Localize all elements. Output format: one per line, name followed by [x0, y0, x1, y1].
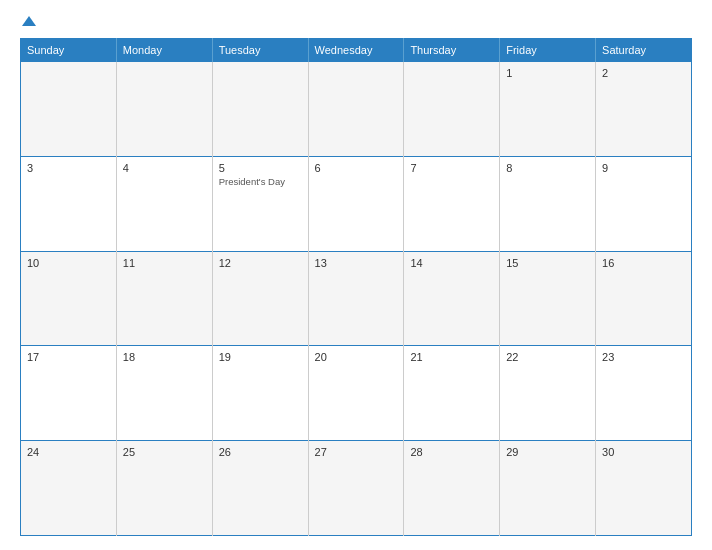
- day-number: 21: [410, 351, 493, 363]
- day-number: 13: [315, 257, 398, 269]
- calendar-header: SundayMondayTuesdayWednesdayThursdayFrid…: [21, 39, 692, 62]
- day-number: 29: [506, 446, 589, 458]
- day-number: 3: [27, 162, 110, 174]
- calendar-cell: 29: [500, 441, 596, 536]
- calendar-cell: 13: [308, 251, 404, 346]
- calendar-cell: 26: [212, 441, 308, 536]
- day-number: 4: [123, 162, 206, 174]
- calendar-cell: [116, 62, 212, 157]
- calendar-week-row: 12: [21, 62, 692, 157]
- day-header-friday: Friday: [500, 39, 596, 62]
- day-number: 5: [219, 162, 302, 174]
- calendar-body: 12345President's Day67891011121314151617…: [21, 62, 692, 536]
- day-number: 25: [123, 446, 206, 458]
- day-number: 16: [602, 257, 685, 269]
- day-number: 7: [410, 162, 493, 174]
- day-number: 20: [315, 351, 398, 363]
- day-number: 14: [410, 257, 493, 269]
- page: SundayMondayTuesdayWednesdayThursdayFrid…: [0, 0, 712, 550]
- calendar-cell: 16: [596, 251, 692, 346]
- day-header-sunday: Sunday: [21, 39, 117, 62]
- calendar-cell: 19: [212, 346, 308, 441]
- calendar-cell: 28: [404, 441, 500, 536]
- day-number: 10: [27, 257, 110, 269]
- calendar-cell: 17: [21, 346, 117, 441]
- day-number: 8: [506, 162, 589, 174]
- calendar-cell: [404, 62, 500, 157]
- calendar-cell: [212, 62, 308, 157]
- calendar-week-row: 10111213141516: [21, 251, 692, 346]
- calendar-cell: 11: [116, 251, 212, 346]
- day-number: 27: [315, 446, 398, 458]
- day-header-tuesday: Tuesday: [212, 39, 308, 62]
- calendar-cell: 21: [404, 346, 500, 441]
- calendar-cell: 8: [500, 156, 596, 251]
- calendar-cell: 23: [596, 346, 692, 441]
- calendar-cell: 15: [500, 251, 596, 346]
- day-number: 1: [506, 67, 589, 79]
- calendar-cell: [308, 62, 404, 157]
- day-number: 11: [123, 257, 206, 269]
- day-number: 24: [27, 446, 110, 458]
- logo-triangle-icon: [22, 16, 36, 26]
- calendar-cell: 5President's Day: [212, 156, 308, 251]
- day-number: 28: [410, 446, 493, 458]
- day-number: 15: [506, 257, 589, 269]
- calendar-table: SundayMondayTuesdayWednesdayThursdayFrid…: [20, 38, 692, 536]
- day-number: 26: [219, 446, 302, 458]
- calendar-week-row: 345President's Day6789: [21, 156, 692, 251]
- calendar-cell: 1: [500, 62, 596, 157]
- header: [20, 18, 692, 28]
- calendar-cell: 22: [500, 346, 596, 441]
- calendar-cell: 30: [596, 441, 692, 536]
- day-number: 12: [219, 257, 302, 269]
- day-header-monday: Monday: [116, 39, 212, 62]
- calendar-cell: 25: [116, 441, 212, 536]
- event-label: President's Day: [219, 176, 302, 187]
- day-number: 22: [506, 351, 589, 363]
- day-number: 18: [123, 351, 206, 363]
- logo: [20, 18, 36, 28]
- calendar-cell: 10: [21, 251, 117, 346]
- calendar-week-row: 24252627282930: [21, 441, 692, 536]
- day-number: 23: [602, 351, 685, 363]
- day-header-saturday: Saturday: [596, 39, 692, 62]
- calendar-cell: 9: [596, 156, 692, 251]
- day-header-row: SundayMondayTuesdayWednesdayThursdayFrid…: [21, 39, 692, 62]
- day-number: 2: [602, 67, 685, 79]
- day-number: 19: [219, 351, 302, 363]
- calendar-cell: 6: [308, 156, 404, 251]
- calendar-cell: 7: [404, 156, 500, 251]
- day-header-thursday: Thursday: [404, 39, 500, 62]
- calendar-week-row: 17181920212223: [21, 346, 692, 441]
- calendar-cell: 12: [212, 251, 308, 346]
- calendar-cell: 2: [596, 62, 692, 157]
- day-number: 17: [27, 351, 110, 363]
- calendar-cell: 14: [404, 251, 500, 346]
- calendar-cell: [21, 62, 117, 157]
- calendar-cell: 27: [308, 441, 404, 536]
- day-number: 9: [602, 162, 685, 174]
- calendar-cell: 4: [116, 156, 212, 251]
- day-header-wednesday: Wednesday: [308, 39, 404, 62]
- day-number: 30: [602, 446, 685, 458]
- calendar-cell: 3: [21, 156, 117, 251]
- day-number: 6: [315, 162, 398, 174]
- calendar-cell: 18: [116, 346, 212, 441]
- calendar-cell: 20: [308, 346, 404, 441]
- calendar-cell: 24: [21, 441, 117, 536]
